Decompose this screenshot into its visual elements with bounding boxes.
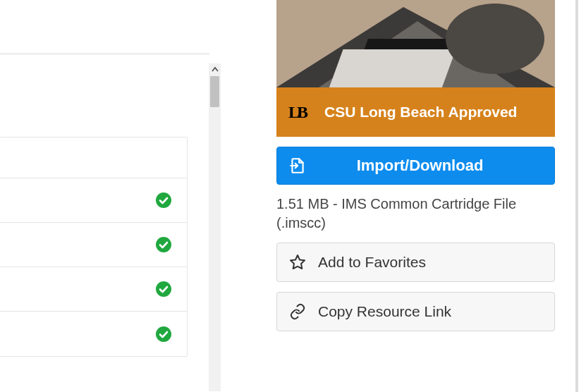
- svg-point-2: [156, 281, 171, 297]
- svg-point-1: [156, 237, 171, 252]
- svg-point-9: [446, 4, 544, 74]
- check-complete-icon: [156, 281, 171, 297]
- checklist-card: [0, 137, 188, 357]
- copy-resource-link-label: Copy Resource Link: [318, 303, 451, 320]
- checklist-header: [0, 137, 187, 178]
- link-icon: [288, 302, 307, 321]
- checklist-row[interactable]: [0, 223, 187, 267]
- left-panel: [0, 0, 279, 392]
- scrollbar-thumb[interactable]: [210, 76, 219, 107]
- import-download-button[interactable]: Import/Download: [276, 147, 555, 185]
- approval-banner: LB CSU Long Beach Approved: [276, 87, 555, 137]
- check-complete-icon: [156, 192, 171, 208]
- institution-logo: LB: [286, 102, 307, 123]
- checklist-row[interactable]: [0, 267, 187, 312]
- scroll-up-button[interactable]: [209, 63, 221, 75]
- add-to-favorites-label: Add to Favorites: [318, 254, 426, 271]
- vertical-divider: [575, 0, 578, 392]
- import-download-label: Import/Download: [314, 157, 554, 175]
- approval-label: CSU Long Beach Approved: [324, 104, 517, 121]
- add-to-favorites-button[interactable]: Add to Favorites: [276, 243, 555, 282]
- star-icon: [288, 253, 307, 271]
- check-complete-icon: [156, 237, 171, 252]
- scrollbar-track[interactable]: [209, 63, 221, 391]
- import-icon: [288, 157, 307, 175]
- checklist-row[interactable]: [0, 178, 187, 223]
- course-thumbnail: [276, 0, 555, 87]
- resource-sidebar: LB CSU Long Beach Approved Import/Downlo…: [276, 0, 555, 331]
- file-metadata: 1.51 MB - IMS Common Cartridge File (.im…: [276, 195, 555, 233]
- svg-point-0: [156, 192, 171, 208]
- svg-point-3: [156, 326, 171, 342]
- svg-rect-7: [329, 49, 456, 87]
- checklist-row[interactable]: [0, 312, 187, 356]
- horizontal-divider: [0, 54, 209, 54]
- copy-resource-link-button[interactable]: Copy Resource Link: [276, 292, 555, 331]
- check-complete-icon: [156, 326, 171, 342]
- scroll-area: [0, 63, 221, 391]
